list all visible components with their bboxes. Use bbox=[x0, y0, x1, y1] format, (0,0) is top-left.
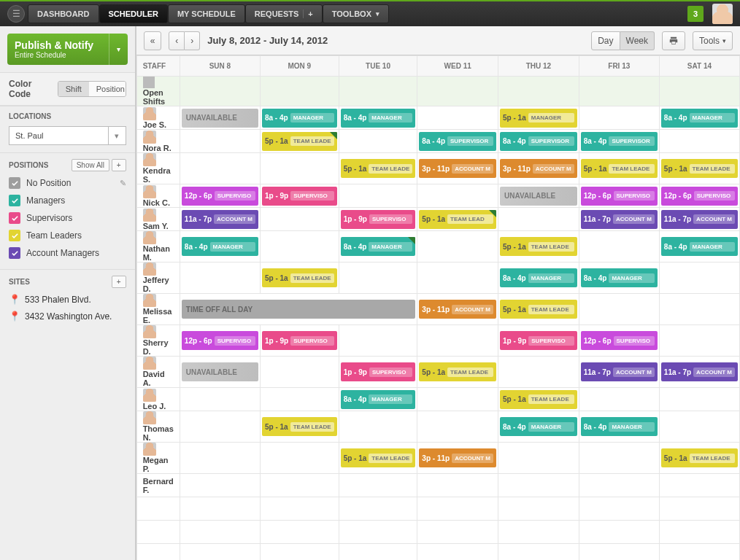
shift-cell[interactable]: 11a - 7pACCOUNT M bbox=[180, 208, 260, 231]
shift-cell[interactable]: 3p - 11pACCOUNT M bbox=[417, 294, 498, 325]
shift-cell[interactable]: 8a - 4pMANAGER bbox=[339, 231, 417, 262]
shift-cell[interactable]: 8a - 4pSUPERVISOR bbox=[498, 130, 579, 153]
empty-cell[interactable] bbox=[260, 208, 339, 231]
profile-avatar[interactable] bbox=[712, 4, 733, 24]
empty-cell[interactable] bbox=[417, 388, 498, 411]
shift-cell[interactable]: 3p - 11pACCOUNT M bbox=[498, 153, 579, 184]
empty-cell[interactable] bbox=[260, 388, 339, 411]
shift-cell[interactable]: 1p - 9pSUPERVISO bbox=[260, 325, 339, 357]
staff-name-cell[interactable]: Jeffery D. bbox=[136, 262, 180, 294]
staff-name-cell[interactable]: Joe S. bbox=[136, 106, 180, 130]
unavailable-cell[interactable]: UNAVAILABLE bbox=[180, 106, 260, 130]
timeoff-cell[interactable]: TIME OFF ALL DAY bbox=[180, 294, 417, 325]
shift-cell[interactable]: 12p - 6pSUPERVISO bbox=[659, 184, 739, 208]
location-select[interactable]: St. Paul ▾ bbox=[9, 126, 126, 145]
empty-cell[interactable] bbox=[417, 411, 498, 443]
empty-cell[interactable] bbox=[579, 443, 659, 474]
shift-cell[interactable]: 8a - 4pMANAGER bbox=[180, 231, 260, 262]
shift-cell[interactable]: 8a - 4pMANAGER bbox=[579, 411, 659, 443]
empty-cell[interactable] bbox=[180, 388, 260, 411]
shift-cell[interactable]: 1p - 9pSUPERVISO bbox=[339, 357, 417, 388]
shift-cell[interactable]: 8a - 4pMANAGER bbox=[579, 262, 659, 294]
shift-cell[interactable]: 12p - 6pSUPERVISO bbox=[579, 184, 659, 208]
shift-cell[interactable]: 5p - 1aTEAM LEADE bbox=[339, 443, 417, 474]
prev-week-button[interactable]: ‹ bbox=[169, 31, 185, 50]
site-item[interactable]: 📍3432 Washington Ave. bbox=[9, 308, 126, 324]
shift-cell[interactable]: 11a - 7pACCOUNT M bbox=[659, 208, 739, 231]
shift-cell[interactable]: 8a - 4pSUPERVISOR bbox=[579, 130, 659, 153]
shift-cell[interactable]: 12p - 6pSUPERVISO bbox=[180, 184, 260, 208]
empty-cell[interactable] bbox=[579, 106, 659, 130]
staff-name-cell[interactable]: Nick C. bbox=[136, 184, 180, 208]
position-item[interactable]: Team Leaders bbox=[9, 227, 126, 244]
view-day-button[interactable]: Day bbox=[591, 31, 620, 50]
empty-cell[interactable] bbox=[659, 474, 739, 497]
unavailable-cell[interactable]: UNAVAILABLE bbox=[498, 184, 579, 208]
empty-cell[interactable] bbox=[260, 443, 339, 474]
empty-cell[interactable] bbox=[498, 208, 579, 231]
empty-cell[interactable] bbox=[180, 130, 260, 153]
nav-scheduler[interactable]: SCHEDULER bbox=[99, 4, 168, 23]
shift-cell[interactable]: 5p - 1aTEAM LEADE bbox=[260, 411, 339, 443]
staff-name-cell[interactable]: Sam Y. bbox=[136, 208, 180, 231]
position-item[interactable]: No Position✎ bbox=[9, 174, 126, 192]
empty-cell[interactable] bbox=[659, 262, 739, 294]
empty-cell[interactable] bbox=[659, 388, 739, 411]
empty-cell[interactable] bbox=[260, 474, 339, 497]
empty-cell[interactable] bbox=[339, 474, 417, 497]
chevron-down-icon[interactable]: ▾ bbox=[109, 34, 128, 65]
nav-requests[interactable]: REQUESTS+ bbox=[245, 4, 323, 23]
shift-cell[interactable]: 5p - 1aTEAM LEADE bbox=[260, 262, 339, 294]
staff-name-cell[interactable]: David A. bbox=[136, 357, 180, 388]
notification-badge[interactable]: 3 bbox=[687, 6, 704, 22]
shift-cell[interactable]: 5p - 1aTEAM LEADE bbox=[260, 130, 339, 153]
shift-cell[interactable]: 8a - 4pMANAGER bbox=[659, 106, 739, 130]
empty-cell[interactable] bbox=[579, 474, 659, 497]
shift-cell[interactable]: 5p - 1aTEAM LEADE bbox=[498, 294, 579, 325]
empty-cell[interactable] bbox=[339, 325, 417, 357]
shift-cell[interactable]: 1p - 9pSUPERVISO bbox=[260, 184, 339, 208]
shift-cell[interactable]: 5p - 1aTEAM LEADE bbox=[498, 231, 579, 262]
empty-cell[interactable] bbox=[180, 153, 260, 184]
position-item[interactable]: Supervisors bbox=[9, 209, 126, 227]
empty-cell[interactable] bbox=[579, 294, 659, 325]
empty-cell[interactable] bbox=[417, 474, 498, 497]
empty-cell[interactable] bbox=[659, 294, 739, 325]
shift-cell[interactable]: 11a - 7pACCOUNT M bbox=[659, 357, 739, 388]
collapse-left-button[interactable]: « bbox=[144, 31, 162, 50]
view-week-button[interactable]: Week bbox=[620, 31, 655, 50]
empty-cell[interactable] bbox=[417, 231, 498, 262]
print-button[interactable] bbox=[662, 31, 685, 50]
shift-cell[interactable]: 3p - 11pACCOUNT M bbox=[417, 443, 498, 474]
empty-cell[interactable] bbox=[339, 130, 417, 153]
position-item[interactable]: Managers bbox=[9, 192, 126, 209]
show-all-button[interactable]: Show All bbox=[72, 159, 109, 171]
empty-cell[interactable] bbox=[417, 325, 498, 357]
shift-cell[interactable]: 12p - 6pSUPERVISO bbox=[579, 325, 659, 357]
empty-cell[interactable] bbox=[180, 443, 260, 474]
empty-cell[interactable] bbox=[498, 443, 579, 474]
staff-name-cell[interactable]: Sherry D. bbox=[136, 325, 180, 357]
empty-cell[interactable] bbox=[498, 474, 579, 497]
position-item[interactable]: Account Managers bbox=[9, 244, 126, 262]
shift-cell[interactable]: 8a - 4pMANAGER bbox=[339, 388, 417, 411]
staff-name-cell[interactable]: Kendra S. bbox=[136, 153, 180, 184]
tools-dropdown[interactable]: Tools ▾ bbox=[693, 31, 733, 50]
empty-cell[interactable] bbox=[579, 231, 659, 262]
empty-cell[interactable] bbox=[339, 411, 417, 443]
shift-cell[interactable]: 3p - 11pACCOUNT M bbox=[417, 153, 498, 184]
shift-cell[interactable]: 8a - 4pSUPERVISOR bbox=[417, 130, 498, 153]
site-item[interactable]: 📍533 Phalen Blvd. bbox=[9, 291, 126, 308]
empty-cell[interactable] bbox=[180, 262, 260, 294]
empty-cell[interactable] bbox=[260, 231, 339, 262]
color-code-shift[interactable]: Shift bbox=[58, 82, 89, 96]
empty-cell[interactable] bbox=[339, 184, 417, 208]
shift-cell[interactable]: 8a - 4pMANAGER bbox=[339, 106, 417, 130]
staff-name-cell[interactable]: Nora R. bbox=[136, 130, 180, 153]
shift-cell[interactable]: 5p - 1aTEAM LEAD bbox=[417, 208, 498, 231]
shift-cell[interactable]: 5p - 1aTEAM LEADE bbox=[498, 388, 579, 411]
shift-cell[interactable]: 8a - 4pMANAGER bbox=[498, 262, 579, 294]
staff-name-cell[interactable]: Thomas N. bbox=[136, 411, 180, 443]
edit-icon[interactable]: ✎ bbox=[120, 179, 126, 188]
empty-cell[interactable] bbox=[417, 262, 498, 294]
